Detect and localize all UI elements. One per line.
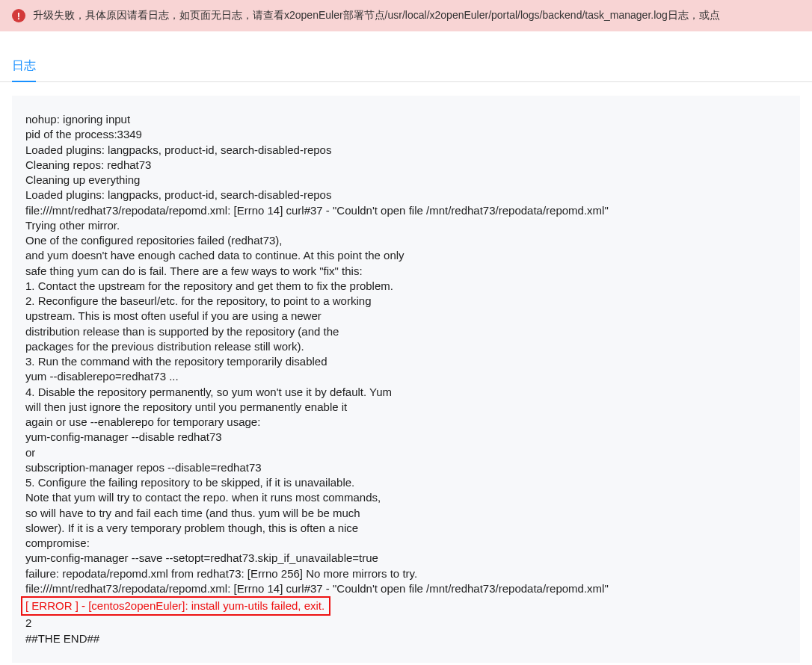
log-line: 3. Run the command with the repository t… [25,354,787,369]
log-line: yum-config-manager --disable redhat73 [25,430,787,445]
log-line: pid of the process:3349 [25,127,787,142]
log-line: Cleaning up everything [25,173,787,188]
log-output-panel: nohup: ignoring inputpid of the process:… [12,96,800,663]
log-line: 2 [25,616,787,631]
log-line: yum --disablerepo=redhat73 ... [25,369,787,384]
log-line: failure: repodata/repomd.xml from redhat… [25,566,787,581]
highlighted-error-box: [ ERROR ] - [centos2openEuler]: install … [21,596,330,616]
log-line: subscription-manager repos --disable=red… [25,460,787,475]
log-line: and yum doesn't have enough cached data … [25,248,787,263]
log-line: safe thing yum can do is fail. There are… [25,264,787,279]
log-line: packages for the previous distribution r… [25,339,787,354]
tab-log[interactable]: 日志 [12,52,36,81]
log-line: distribution release than is supported b… [25,324,787,339]
log-line: Loaded plugins: langpacks, product-id, s… [25,188,787,202]
log-line: Loaded plugins: langpacks, product-id, s… [25,143,787,158]
log-line: Cleaning repos: redhat73 [25,158,787,173]
error-alert-message: 升级失败，具体原因请看日志，如页面无日志，请查看x2openEuler部署节点/… [33,9,720,22]
log-line: file:///mnt/redhat73/repodata/repomd.xml… [25,581,787,596]
log-line: nohup: ignoring input [25,112,787,127]
error-icon: ! [12,9,25,22]
log-line: yum-config-manager --save --setopt=redha… [25,551,787,566]
tab-log-label: 日志 [12,59,36,72]
log-line: Note that yum will try to contact the re… [25,490,787,505]
log-line: One of the configured repositories faile… [25,233,787,248]
log-line: so will have to try and fail each time (… [25,506,787,521]
tabs-container: 日志 [0,52,812,82]
log-line: ##THE END## [25,631,787,646]
log-line: upstream. This is most often useful if y… [25,309,787,324]
log-line: 2. Reconfigure the baseurl/etc. for the … [25,294,787,309]
log-line: again or use --enablerepo for temporary … [25,415,787,430]
log-lines-block: nohup: ignoring inputpid of the process:… [25,112,787,596]
log-error-text: [ ERROR ] - [centos2openEuler]: install … [25,599,325,612]
log-line: Trying other mirror. [25,218,787,233]
log-line: 5. Configure the failing repository to b… [25,475,787,490]
error-alert-banner: ! 升级失败，具体原因请看日志，如页面无日志，请查看x2openEuler部署节… [0,0,812,31]
log-line: will then just ignore the repository unt… [25,400,787,415]
log-line: file:///mnt/redhat73/repodata/repomd.xml… [25,203,787,218]
log-line: or [25,445,787,460]
log-line: 4. Disable the repository permanently, s… [25,385,787,400]
log-line: 1. Contact the upstream for the reposito… [25,279,787,294]
log-lines-after-error: 2##THE END## [25,616,787,646]
log-error-line: [ ERROR ] - [centos2openEuler]: install … [25,596,787,616]
log-line: compromise: [25,536,787,551]
log-line: slower). If it is a very temporary probl… [25,521,787,536]
